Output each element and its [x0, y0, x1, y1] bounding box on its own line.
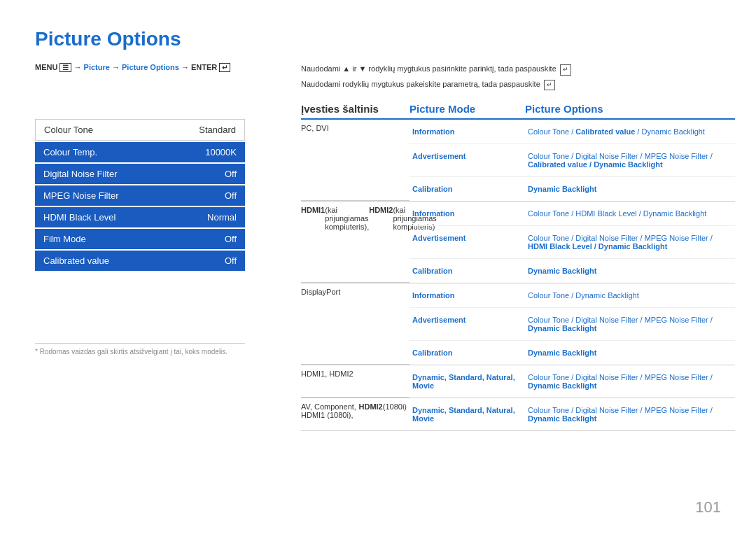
col-source: Įvesties šaltinis: [301, 103, 410, 115]
table-row: Calibration Dynamic Backlight: [410, 341, 735, 365]
page: Picture Options MENU ☰ → Picture → Pictu…: [0, 0, 756, 534]
table-row: Information Colour Tone / HDMI Black Lev…: [410, 202, 735, 226]
enter-icon-2: ↵: [544, 80, 555, 91]
table-body: PC, DVI Information Colour Tone / Calibr…: [301, 120, 735, 431]
left-panel: Colour Tone Standard Colour Temp. 10000K…: [35, 119, 245, 272]
source-hdmi12: HDMI1, HDMI2: [301, 365, 410, 398]
section-av: AV, Component, HDMI1 (1080i), HDMI2 (108…: [301, 398, 735, 431]
table-row: Dynamic, Standard, Natural, Movie Colour…: [410, 398, 735, 430]
enter-icon: ↵: [219, 63, 230, 72]
instruction-2: Naudodami rodyklių mygtukus pakeiskite p…: [301, 78, 735, 91]
menu-picture: Picture: [84, 63, 110, 71]
enter-icon-1: ↵: [560, 64, 571, 76]
menu-item-mpeg-noise[interactable]: MPEG Noise Filter Off: [35, 185, 245, 206]
table-header: Įvesties šaltinis Picture Mode Picture O…: [301, 103, 735, 120]
table-row: Advertisement Colour Tone / Digital Nois…: [410, 308, 735, 341]
col-options: Picture Options: [525, 103, 735, 115]
table-row: Information Colour Tone / Dynamic Backli…: [410, 283, 735, 308]
menu-item-film-mode[interactable]: Film Mode Off: [35, 229, 245, 249]
table-row: Advertisement Colour Tone / Digital Nois…: [410, 144, 735, 177]
page-title: Picture Options: [35, 28, 721, 50]
source-hdmi-computer: HDMI1(kai prijungiamas kompiuteris), HDM…: [301, 202, 410, 283]
page-number: 101: [695, 498, 721, 517]
menu-item-hdmi-black[interactable]: HDMI Black Level Normal: [35, 207, 245, 227]
col-mode: Picture Mode: [410, 103, 525, 115]
right-panel: Naudodami ▲ ir ▼ rodyklių mygtukus pasir…: [301, 63, 735, 431]
menu-icon: ☰: [59, 63, 71, 72]
section-hdmi-computer: HDMI1(kai prijungiamas kompiuteris), HDM…: [301, 202, 735, 283]
section-hdmi12: HDMI1, HDMI2 Dynamic, Standard, Natural,…: [301, 365, 735, 398]
instruction-1: Naudodami ▲ ir ▼ rodyklių mygtukus pasir…: [301, 63, 735, 76]
menu-label: MENU: [35, 63, 59, 71]
table-row: Advertisement Colour Tone / Digital Nois…: [410, 226, 735, 259]
table-row: Calibration Dynamic Backlight: [410, 177, 735, 201]
source-displayport: DisplayPort: [301, 283, 410, 365]
menu-item-digital-noise[interactable]: Digital Noise Filter Off: [35, 164, 245, 184]
section-pc-dvi: PC, DVI Information Colour Tone / Calibr…: [301, 120, 735, 202]
source-pc-dvi: PC, DVI: [301, 120, 410, 201]
footnote: * Rodomas vaizdas gali skirtis atsižvelg…: [35, 343, 245, 356]
section-displayport: DisplayPort Information Colour Tone / Dy…: [301, 283, 735, 365]
table-row: Information Colour Tone / Calibrated val…: [410, 120, 735, 144]
source-av: AV, Component, HDMI1 (1080i), HDMI2 (108…: [301, 398, 410, 430]
menu-item-colour-temp[interactable]: Colour Temp. 10000K: [35, 142, 245, 162]
menu-item-colour-tone[interactable]: Colour Tone Standard: [35, 119, 245, 141]
menu-picture-options: Picture Options: [122, 63, 179, 71]
table-row: Dynamic, Standard, Natural, Movie Colour…: [410, 365, 735, 398]
menu-item-calibrated[interactable]: Calibrated value Off: [35, 251, 245, 271]
table-row: Calibration Dynamic Backlight: [410, 259, 735, 283]
